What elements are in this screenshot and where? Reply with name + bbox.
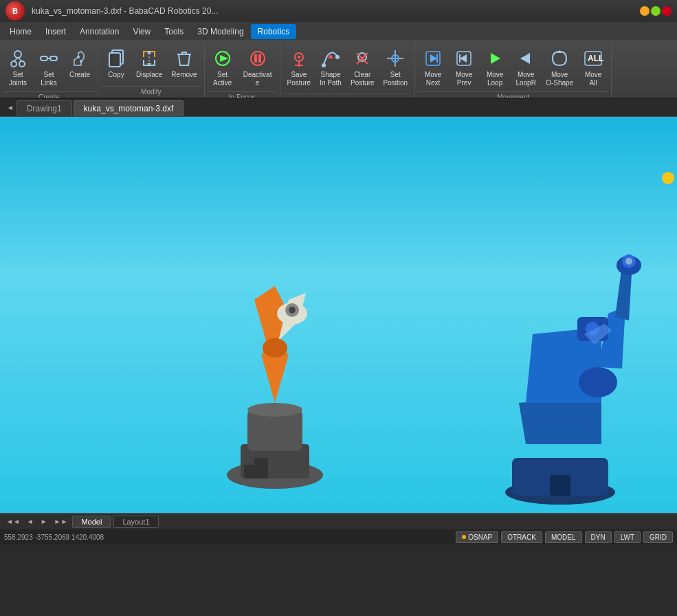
save-posture-icon [288, 47, 310, 69]
modify-buttons: Copy Displace [101, 43, 201, 85]
coordinates: 558.2923 -3755.2069 1420.4008 [4, 534, 104, 541]
set-active-icon [212, 47, 234, 69]
dyn-label: DYN [591, 534, 606, 541]
menu-robotics[interactable]: Robotics [251, 24, 297, 39]
svg-rect-54 [254, 458, 268, 478]
move-next-icon [422, 47, 444, 69]
move-all-button[interactable]: ALL MoveAll [578, 45, 608, 90]
bottom-tabs: ◄◄ ◄ ► ►► Model Layout1 [0, 513, 677, 529]
movement-buttons: MoveNext MovePrev MoveLo [418, 43, 608, 90]
otrack-label: OTRACK [507, 534, 536, 541]
create-button[interactable]: Create [65, 45, 95, 82]
grid-button[interactable]: GRID [643, 531, 673, 543]
set-links-button[interactable]: SetLinks [34, 45, 64, 90]
move-next-label: MoveNext [425, 71, 441, 87]
move-loop-label: MoveLoop [487, 71, 503, 87]
menu-3dmodeling[interactable]: 3D Modeling [190, 24, 250, 39]
minimize-button[interactable] [640, 6, 650, 16]
nav-last[interactable]: ►► [52, 516, 70, 527]
tab-layout1[interactable]: Layout1 [113, 516, 158, 528]
clear-posture-icon [351, 47, 373, 69]
movement-group-label: Movement [418, 91, 608, 99]
svg-point-34 [394, 57, 397, 60]
shape-in-path-label: ShapeIn Path [320, 71, 342, 87]
tab-bar: ◄ Drawing1 kuka_vs_motoman-3.dxf [0, 99, 677, 117]
window-controls [640, 6, 672, 16]
svg-point-22 [298, 56, 300, 58]
deactivate-icon [247, 47, 269, 69]
svg-marker-36 [430, 54, 437, 63]
nav-next[interactable]: ► [38, 516, 49, 527]
model-button[interactable]: MODEL [545, 531, 582, 543]
set-active-label: SetActive [213, 71, 232, 87]
menu-home[interactable]: Home [3, 24, 38, 39]
move-all-icon: ALL [582, 47, 604, 69]
svg-rect-6 [50, 56, 57, 60]
svg-point-49 [247, 403, 302, 417]
nav-first[interactable]: ◄◄ [4, 516, 22, 527]
set-position-label: SetPosition [384, 71, 408, 87]
svg-point-50 [263, 338, 287, 358]
move-oshape-button[interactable]: MoveO-Shape [542, 45, 577, 90]
svg-point-28 [358, 53, 366, 61]
tab-model[interactable]: Model [72, 516, 111, 528]
remove-button[interactable]: Remove [167, 45, 201, 82]
svg-rect-20 [258, 54, 261, 63]
menu-view[interactable]: View [126, 24, 157, 39]
otrack-button[interactable]: OTRACK [501, 531, 542, 543]
app-logo: B [5, 1, 25, 21]
move-loopr-label: MoveLoopR [515, 71, 535, 87]
set-joints-button[interactable]: SetJoints [3, 45, 33, 90]
copy-button[interactable]: Copy [101, 45, 131, 82]
osnap-button[interactable]: OSNAP [456, 531, 498, 543]
remove-label: Remove [171, 71, 197, 79]
menu-tools[interactable]: Tools [157, 24, 190, 39]
svg-point-1 [11, 61, 16, 67]
deactivate-button[interactable]: Deactivate [238, 45, 277, 90]
svg-rect-19 [254, 54, 257, 63]
move-oshape-label: MoveO-Shape [546, 71, 573, 87]
dyn-button[interactable]: DYN [585, 531, 612, 543]
menu-annotation[interactable]: Annotation [73, 24, 126, 39]
displace-button[interactable]: Displace [132, 45, 166, 82]
move-loopr-button[interactable]: MoveLoopR [511, 45, 541, 90]
svg-point-53 [289, 307, 296, 314]
move-next-button[interactable]: MoveNext [418, 45, 448, 90]
move-loop-button[interactable]: MoveLoop [480, 45, 510, 90]
shape-in-path-button[interactable]: ShapeIn Path [315, 45, 346, 90]
displace-icon [138, 47, 160, 69]
svg-rect-11 [109, 53, 120, 67]
maximize-button[interactable] [651, 6, 661, 16]
move-prev-button[interactable]: MovePrev [449, 45, 479, 90]
ribbon-group-modify: Copy Displace [98, 41, 205, 98]
nav-prev[interactable]: ◄ [25, 516, 36, 527]
menu-insert[interactable]: Insert [38, 24, 73, 39]
svg-point-2 [19, 61, 25, 67]
set-position-button[interactable]: SetPosition [379, 45, 412, 90]
deactivate-label: Deactivate [243, 71, 273, 87]
lwt-button[interactable]: LWT [614, 531, 641, 543]
tab-arrow-left: ◄ [4, 101, 16, 114]
tab-active-file[interactable]: kuka_vs_motoman-3.dxf [74, 100, 184, 116]
close-button[interactable] [662, 6, 672, 16]
ribbon: SetJoints SetLinks [0, 41, 677, 99]
accent-indicator [662, 172, 674, 184]
set-joints-label: SetJoints [9, 71, 27, 87]
move-loopr-icon [515, 47, 537, 69]
save-posture-button[interactable]: SavePosture [283, 45, 315, 90]
posture-group-label [283, 94, 412, 98]
ribbon-group-infocus: SetActive Deactivate In-Focus [205, 41, 280, 98]
remove-icon [173, 47, 195, 69]
infocus-buttons: SetActive Deactivate [208, 43, 277, 90]
set-active-button[interactable]: SetActive [208, 45, 238, 90]
tab-drawing1[interactable]: Drawing1 [16, 100, 72, 116]
create-buttons: SetJoints SetLinks [3, 43, 95, 90]
robot-orange-kuka [186, 231, 385, 492]
coord-bar: 558.2923 -3755.2069 1420.4008 OSNAP OTRA… [0, 529, 677, 544]
clear-posture-button[interactable]: ClearPosture [346, 45, 378, 90]
svg-marker-17 [220, 55, 228, 62]
copy-label: Copy [108, 71, 124, 79]
set-links-icon [38, 47, 60, 69]
create-icon [69, 47, 91, 69]
osnap-indicator [462, 535, 466, 539]
